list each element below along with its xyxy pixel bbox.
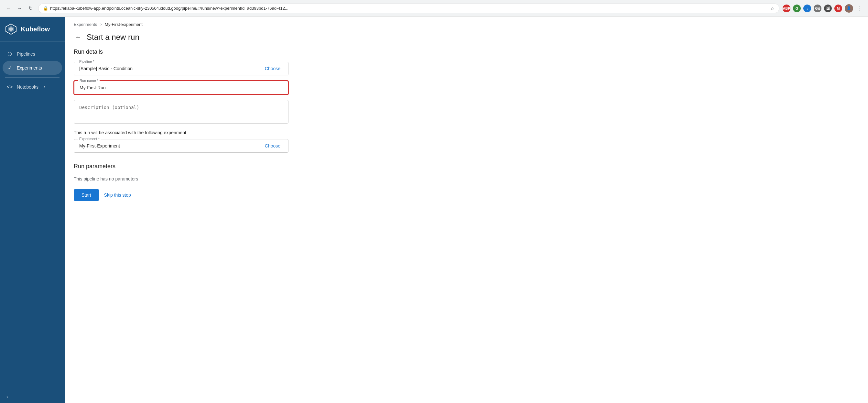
back-nav-button[interactable]: ← — [4, 4, 13, 13]
sidebar-item-label-pipelines: Pipelines — [17, 52, 35, 57]
ext-m-icon[interactable]: M — [834, 4, 842, 12]
no-params-text: This pipeline has no parameters — [74, 176, 288, 181]
experiment-field-label: Experiment * — [78, 137, 101, 141]
run-name-field-group: Run name * — [74, 81, 288, 95]
browser-nav-buttons: ← → ↻ — [4, 4, 35, 13]
collapse-icon: ‹ — [6, 394, 8, 399]
ext-git-icon[interactable]: Git — [814, 4, 822, 12]
browser-chrome: ← → ↻ 🔒 https://ekaba-kubeflow-app.endpo… — [0, 0, 868, 17]
sidebar-nav: ⬡ Pipelines ✓ Experiments <> Notebooks ↗ — [0, 42, 65, 390]
breadcrumb-parent-link[interactable]: Experiments — [74, 22, 97, 27]
main-content: Experiments > My-First-Experiment ← Star… — [65, 17, 868, 403]
pipeline-choose-button[interactable]: Choose — [262, 65, 283, 72]
sidebar-item-label-notebooks: Notebooks — [17, 85, 38, 90]
address-bar[interactable]: 🔒 https://ekaba-kubeflow-app.endpoints.o… — [38, 4, 779, 13]
sidebar-logo-text: Kubeflow — [21, 26, 50, 33]
reload-button[interactable]: ↻ — [26, 4, 35, 13]
browser-extensions: ABP G ↓ Git 🖼 M 👤 ⋮ — [783, 4, 864, 13]
sidebar: Kubeflow ⬡ Pipelines ✓ Experiments <> No… — [0, 17, 65, 403]
back-button[interactable]: ← — [74, 32, 83, 42]
ext-download-icon[interactable]: ↓ — [803, 4, 811, 12]
start-button[interactable]: Start — [74, 189, 99, 201]
experiment-field-group: Experiment * Choose — [74, 139, 288, 153]
page-title: Start a new run — [87, 33, 140, 42]
kubeflow-logo-icon — [5, 23, 17, 35]
association-text: This run will be associated with the fol… — [74, 130, 288, 135]
breadcrumb: Experiments > My-First-Experiment — [65, 17, 868, 29]
experiment-choose-button[interactable]: Choose — [262, 142, 283, 150]
ext-g-icon[interactable]: G — [793, 4, 801, 12]
pipeline-field-container: Pipeline * Choose — [74, 62, 288, 75]
action-buttons: Start Skip this step — [74, 189, 288, 201]
run-name-field-container: Run name * — [74, 81, 288, 95]
ext-abp-icon[interactable]: ABP — [783, 4, 790, 12]
sidebar-logo: Kubeflow — [0, 17, 65, 42]
bookmark-icon: ☆ — [770, 6, 775, 11]
user-avatar[interactable]: 👤 — [845, 4, 853, 12]
pipeline-input[interactable] — [79, 65, 262, 72]
sidebar-item-experiments[interactable]: ✓ Experiments — [3, 61, 62, 75]
sidebar-item-pipelines[interactable]: ⬡ Pipelines — [0, 47, 65, 61]
form-content: Run details Pipeline * Choose Run name * — [65, 49, 298, 214]
pipeline-field-group: Pipeline * Choose — [74, 62, 288, 75]
app-container: Kubeflow ⬡ Pipelines ✓ Experiments <> No… — [0, 17, 868, 403]
sidebar-item-label-experiments: Experiments — [17, 65, 42, 70]
skip-button[interactable]: Skip this step — [104, 189, 131, 201]
run-details-section-title: Run details — [74, 49, 288, 55]
breadcrumb-current: My-First-Experiment — [105, 22, 143, 27]
sidebar-item-notebooks[interactable]: <> Notebooks ↗ — [0, 80, 65, 94]
pipelines-icon: ⬡ — [6, 51, 13, 57]
description-field-container — [74, 100, 288, 124]
run-name-input[interactable] — [80, 84, 283, 92]
breadcrumb-separator: > — [100, 22, 102, 27]
page-header: ← Start a new run — [65, 29, 868, 49]
browser-menu-icon[interactable]: ⋮ — [856, 4, 864, 13]
external-link-icon: ↗ — [43, 85, 45, 89]
ext-img-icon[interactable]: 🖼 — [824, 4, 832, 12]
run-params-section-title: Run parameters — [74, 163, 288, 170]
sidebar-divider — [5, 77, 60, 78]
pipeline-field-with-action: Choose — [79, 65, 283, 72]
pipeline-field-label: Pipeline * — [78, 60, 95, 63]
description-field-group — [74, 100, 288, 124]
experiments-icon: ✓ — [6, 65, 13, 71]
sidebar-collapse-button[interactable]: ‹ — [0, 390, 65, 403]
run-parameters-section: Run parameters This pipeline has no para… — [74, 163, 288, 181]
experiment-field-with-action: Choose — [79, 142, 283, 150]
url-text: https://ekaba-kubeflow-app.endpoints.oce… — [50, 6, 768, 11]
lock-icon: 🔒 — [43, 6, 48, 11]
forward-nav-button[interactable]: → — [15, 4, 24, 13]
notebooks-icon: <> — [6, 84, 13, 90]
description-input[interactable] — [79, 105, 283, 118]
run-name-field-label: Run name * — [78, 79, 100, 83]
experiment-input[interactable] — [79, 142, 262, 150]
experiment-field-container: Experiment * Choose — [74, 139, 288, 153]
